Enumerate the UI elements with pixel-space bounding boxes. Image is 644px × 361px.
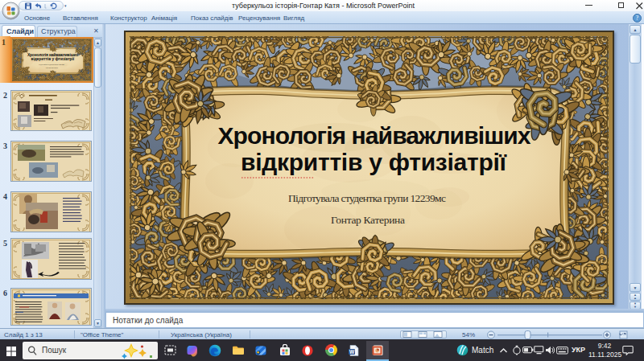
svg-text:W: W bbox=[349, 349, 355, 355]
